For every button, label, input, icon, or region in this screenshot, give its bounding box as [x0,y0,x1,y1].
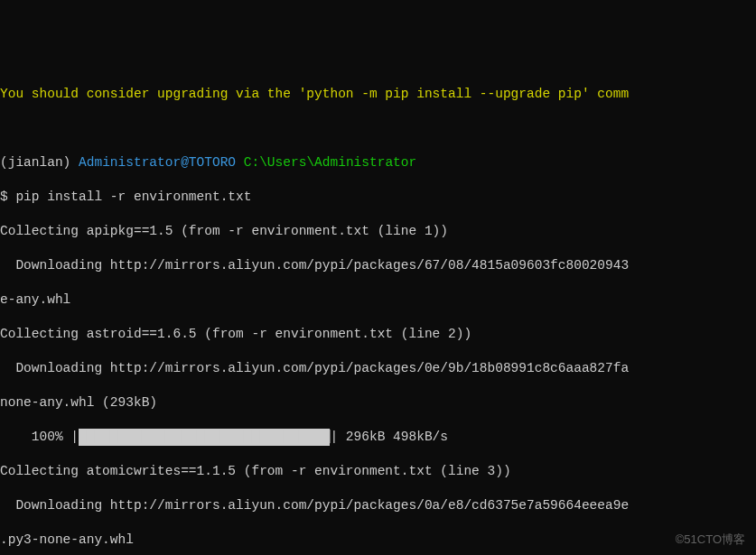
output-line: Collecting astroid==1.6.5 (from -r envir… [0,326,756,343]
prompt-line: (jianlan) Administrator@TOTORO C:\Users\… [0,154,756,171]
output-line: none-any.whl (293kB) [0,394,756,412]
path: C:\Users\Administrator [244,155,416,170]
watermark: ©51CTO博客 [676,531,745,548]
progress-bar: 100% |████████████████████████████████| … [0,429,756,446]
output-line: Downloading http://mirrors.aliyun.com/py… [0,497,756,514]
output-line: Collecting apipkg==1.5 (from -r environm… [0,223,756,240]
output-line: .py3-none-any.whl [0,532,756,549]
prompt-symbol: $ [0,190,8,204]
pip-warning: You should consider upgrading via the 'p… [0,86,756,103]
progress-fill: ████████████████████████████████ [79,429,330,446]
progress-stats: | 296kB 498kB/s [330,430,448,444]
command-line: $ pip install -r environment.txt [0,189,756,206]
terminal-output[interactable]: You should consider upgrading via the 'p… [0,69,756,555]
blank-line [0,120,756,137]
command: pip install -r environment.txt [15,190,251,204]
env-name: (jianlan) [0,155,70,170]
output-line: e-any.whl [0,291,756,309]
user-host: Administrator@TOTORO [79,155,236,170]
output-line: Downloading http://mirrors.aliyun.com/py… [0,257,756,274]
output-line: Downloading http://mirrors.aliyun.com/py… [0,360,756,377]
progress-percent: 100% | [0,430,79,444]
output-line: Collecting atomicwrites==1.1.5 (from -r … [0,463,756,480]
